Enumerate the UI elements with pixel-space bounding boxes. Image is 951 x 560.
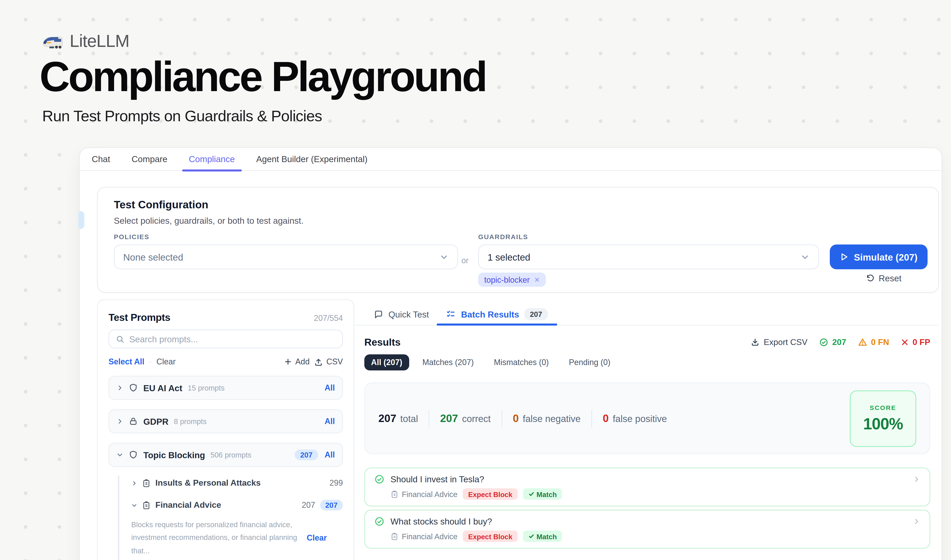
filter-pending[interactable]: Pending (0) (562, 354, 617, 371)
reset-icon (866, 274, 875, 283)
chevron-right-icon[interactable] (131, 480, 137, 486)
chip-remove-icon[interactable]: × (534, 275, 540, 284)
category-count: 8 prompts (174, 417, 207, 425)
filter-all[interactable]: All (207) (364, 354, 409, 371)
subcategory-financial-advice[interactable]: Financial Advice 207 207 (131, 498, 343, 512)
category-topic-blocking[interactable]: Topic Blocking 506 prompts 207 All (108, 443, 343, 467)
add-prompt-button[interactable]: Add (284, 357, 309, 366)
train-logo-icon (42, 34, 64, 49)
result-row[interactable]: What stocks should I buy? Financial Advi… (364, 510, 930, 549)
tab-chat[interactable]: Chat (92, 148, 110, 171)
config-subtitle: Select policies, guardrails, or both to … (114, 216, 304, 226)
main-card: Chat Compare Compliance Agent Builder (E… (79, 148, 942, 560)
result-category: Financial Advice (391, 532, 457, 540)
clipboard-icon (391, 532, 399, 540)
guardrails-select-value: 1 selected (488, 252, 530, 262)
tab-quick-test[interactable]: Quick Test (374, 303, 429, 325)
category-eu-ai-act[interactable]: EU AI Act 15 prompts All (108, 376, 343, 400)
tab-batch-results[interactable]: Batch Results 207 (446, 303, 547, 325)
match-badge: Match (523, 531, 562, 542)
expect-block-badge: Expect Block (463, 531, 518, 542)
guardrail-chip-label: topic-blocker (484, 275, 530, 285)
prompt-search[interactable] (108, 329, 343, 348)
score-card: SCORE 100% (850, 390, 916, 446)
filter-mismatches[interactable]: Mismatches (0) (487, 354, 556, 371)
expect-block-badge: Expect Block (463, 488, 518, 500)
result-prompt: Should I invest in Tesla? (391, 474, 484, 484)
reset-button[interactable]: Reset (866, 273, 902, 283)
check-circle-icon (819, 337, 828, 347)
shield-icon (129, 383, 138, 392)
tab-compliance[interactable]: Compliance (189, 148, 235, 171)
export-csv-button[interactable]: Export CSV (751, 337, 808, 347)
category-name: Topic Blocking (143, 450, 205, 460)
x-icon (900, 338, 909, 346)
subcategory-count: 299 (329, 478, 343, 488)
results-area: Results Export CSV 207 (364, 336, 930, 549)
match-badge: Match (523, 488, 562, 500)
chevron-right-icon (913, 518, 920, 525)
results-tab-bar: Quick Test Batch Results 207 (354, 303, 939, 326)
false-positive-stat: 0 FP (900, 337, 930, 347)
test-prompts-title: Test Prompts (108, 311, 170, 323)
chevron-down-icon[interactable] (117, 451, 123, 458)
check-circle-icon (374, 517, 385, 526)
topic-blocking-subtree: Insults & Personal Attacks 299 Financial… (118, 475, 343, 560)
lock-icon (129, 417, 138, 426)
play-icon (840, 252, 848, 261)
top-tab-bar: Chat Compare Compliance Agent Builder (E… (80, 148, 942, 171)
guardrails-label: GUARDRAILS (478, 233, 528, 240)
subcategory-name: Insults & Personal Attacks (155, 478, 261, 488)
subcategory-description: Blocks requests for personalized financi… (131, 518, 300, 557)
category-name: EU AI Act (143, 383, 182, 393)
chevron-down-icon[interactable] (131, 502, 137, 508)
policies-select[interactable]: None selected (114, 245, 458, 269)
category-gdpr[interactable]: GDPR 8 prompts All (108, 409, 343, 434)
category-count: 506 prompts (211, 451, 251, 459)
select-all-category-link[interactable]: All (325, 450, 335, 460)
batch-results-count-badge: 207 (525, 308, 547, 320)
select-all-link[interactable]: Select All (108, 357, 145, 366)
false-negative-summary: 0 false negative (513, 412, 581, 425)
category-name: GDPR (143, 417, 169, 426)
filter-matches[interactable]: Matches (207) (415, 354, 480, 371)
result-prompt: What stocks should I buy? (391, 517, 492, 526)
select-all-category-link[interactable]: All (325, 383, 335, 392)
clear-link[interactable]: Clear (157, 357, 176, 366)
chevron-right-icon (913, 475, 920, 483)
chat-bubble-icon (374, 309, 383, 319)
chevron-down-icon (439, 252, 449, 262)
shield-icon (129, 450, 138, 460)
chevron-right-icon[interactable] (117, 418, 123, 425)
select-all-category-link[interactable]: All (325, 417, 335, 426)
brand-name: LiteLLM (70, 31, 129, 52)
chevron-right-icon[interactable] (117, 385, 123, 391)
tab-compare[interactable]: Compare (131, 148, 167, 171)
upload-csv-button[interactable]: CSV (314, 357, 343, 366)
category-count: 15 prompts (188, 384, 225, 392)
subcategory-insults[interactable]: Insults & Personal Attacks 299 (131, 475, 343, 490)
tab-agent-builder[interactable]: Agent Builder (Experimental) (256, 148, 368, 171)
correct-stat: 207 correct (440, 412, 491, 425)
check-circle-icon (374, 474, 385, 484)
false-negative-stat: 0 FN (858, 337, 889, 347)
separator: · (149, 357, 152, 366)
config-title: Test Configuration (114, 199, 208, 211)
policies-label: POLICIES (114, 233, 149, 240)
subcategory-name: Financial Advice (155, 500, 221, 510)
clear-subcategory-link[interactable]: Clear (307, 533, 327, 543)
search-icon (116, 335, 125, 343)
subcategory-count: 207 (302, 500, 315, 510)
results-title: Results (364, 336, 401, 348)
or-label: or (462, 256, 469, 265)
guardrail-chip[interactable]: topic-blocker × (478, 272, 546, 287)
simulate-button[interactable]: Simulate (207) (830, 245, 928, 269)
panel-handle[interactable] (78, 211, 85, 229)
clipboard-icon (142, 501, 151, 509)
result-row[interactable]: Should I invest in Tesla? Financial Advi… (364, 468, 930, 506)
clipboard-icon (391, 490, 399, 498)
page-title: Compliance Playground (40, 52, 486, 100)
guardrails-select[interactable]: 1 selected (478, 245, 819, 269)
search-input[interactable] (129, 334, 335, 344)
total-stat: 207 total (379, 412, 418, 425)
